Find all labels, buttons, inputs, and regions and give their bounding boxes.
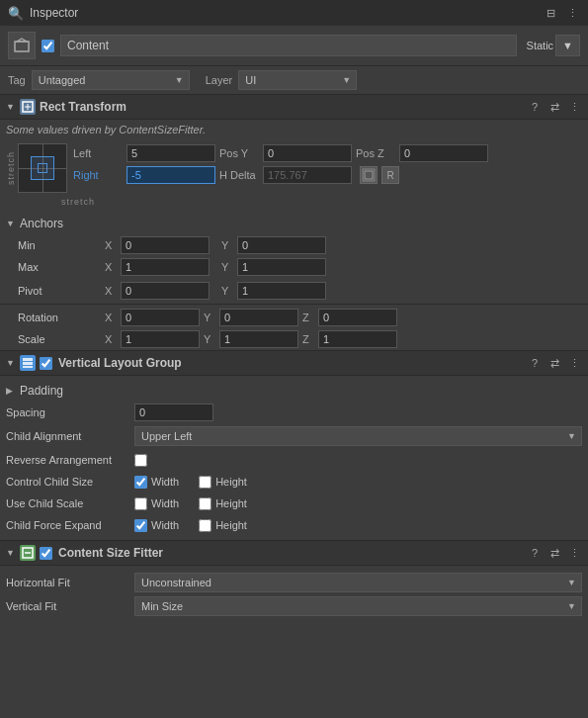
force-expand-height-label: Height (215, 519, 247, 531)
vlg-icon (20, 355, 36, 371)
r-button[interactable] (360, 166, 378, 184)
scale-z-label: Z (302, 333, 314, 345)
child-alignment-dropdown[interactable]: Upper Left (134, 426, 582, 446)
tag-dropdown[interactable]: Untagged (32, 70, 190, 90)
csf-body: Horizontal Fit Unconstrained ▼ Vertical … (0, 566, 588, 623)
max-y-label: Y (221, 261, 233, 273)
scale-x-input[interactable] (121, 330, 200, 348)
svg-rect-7 (23, 358, 33, 361)
csf-menu[interactable]: ⋮ (566, 545, 582, 561)
min-y-input[interactable] (237, 236, 326, 254)
scale-y-input[interactable] (219, 330, 298, 348)
layer-dropdown[interactable]: UI (238, 70, 357, 90)
padding-header[interactable]: ▶ Padding (6, 380, 582, 402)
child-alignment-row: Child Alignment Upper Left ▼ (6, 425, 582, 447)
reverse-arrangement-row: Reverse Arrangement (6, 449, 582, 471)
right-input[interactable] (126, 166, 215, 184)
vlg-body: ▶ Padding Spacing Child Alignment Upper … (0, 376, 588, 540)
stretch-v-label: stretch (6, 151, 16, 185)
rot-x-input[interactable] (121, 309, 200, 326)
rot-y-input[interactable] (219, 309, 298, 326)
rotation-label: Rotation (6, 312, 105, 323)
control-width-label: Width (151, 476, 179, 488)
left-input[interactable] (126, 144, 215, 162)
horizontal-fit-dropdown[interactable]: Unconstrained (134, 573, 582, 592)
scale-label: Scale (6, 333, 105, 345)
tag-label: Tag (8, 74, 26, 86)
scale-y-label: Y (204, 333, 215, 345)
min-x-input[interactable] (121, 236, 210, 254)
spacing-input[interactable] (134, 404, 213, 421)
use-child-scale-label: Use Child Scale (6, 497, 134, 509)
vlg-help[interactable]: ? (527, 355, 543, 371)
max-y-input[interactable] (237, 258, 326, 276)
vlg-menu[interactable]: ⋮ (566, 355, 582, 371)
pivot-y-input[interactable] (237, 282, 326, 300)
rect-transform-section-header[interactable]: ▼ Rect Transform ? ⇄ ⋮ (0, 94, 588, 120)
padding-arrow: ▶ (6, 386, 16, 396)
scale-row: Scale X Y Z (0, 328, 588, 350)
min-y-label: Y (221, 239, 233, 251)
rect-transform-icon (20, 99, 36, 115)
pivot-x-input[interactable] (121, 282, 210, 300)
scale-z-input[interactable] (318, 330, 397, 348)
anchors-header[interactable]: ▼ Anchors (6, 213, 582, 234)
csf-settings[interactable]: ⇄ (546, 545, 562, 561)
lock-button[interactable]: ⊟ (543, 5, 558, 21)
rot-z-input[interactable] (318, 309, 397, 326)
control-width-checkbox[interactable] (134, 476, 147, 489)
vertical-fit-dropdown[interactable]: Min Size (134, 596, 582, 616)
padding-label: Padding (20, 384, 63, 398)
csf-section-header[interactable]: ▼ Content Size Fitter ? ⇄ ⋮ (0, 540, 588, 566)
rect-transform-help[interactable]: ? (527, 99, 543, 115)
svg-rect-0 (15, 42, 29, 51)
rect-transform-menu[interactable]: ⋮ (566, 99, 582, 115)
rect-transform-settings[interactable]: ⇄ (546, 99, 562, 115)
control-height-checkbox[interactable] (199, 476, 211, 489)
rot-y-label: Y (204, 312, 215, 323)
vlg-section-header[interactable]: ▼ Vertical Layout Group ? ⇄ ⋮ (0, 350, 588, 376)
spacing-row: Spacing (6, 402, 582, 423)
scale-x-label: X (105, 333, 117, 345)
static-dropdown-button[interactable]: ▼ (555, 35, 580, 56)
anchors-min-label: Min (6, 239, 105, 251)
rect-transform-arrow: ▼ (6, 102, 16, 112)
rot-x-label: X (105, 312, 117, 323)
menu-button[interactable]: ⋮ (564, 5, 580, 21)
pos-y-input[interactable] (263, 144, 352, 162)
control-height-label: Height (215, 476, 247, 488)
pos-z-input[interactable] (399, 144, 488, 162)
anchors-title: Anchors (20, 217, 63, 230)
child-force-expand-label: Child Force Expand (6, 519, 134, 531)
left-label: Left (73, 147, 123, 159)
csf-arrow: ▼ (6, 548, 16, 558)
h-delta-input[interactable] (263, 166, 352, 184)
anchors-min-row: Min X Y (6, 234, 582, 256)
use-scale-height-label: Height (215, 497, 247, 509)
anchors-max-label: Max (6, 261, 105, 273)
reverse-arrangement-checkbox[interactable] (134, 454, 147, 467)
pivot-x-label: X (105, 285, 117, 297)
use-scale-height-checkbox[interactable] (199, 497, 211, 510)
object-enabled-checkbox[interactable] (42, 40, 54, 52)
rect-transform-visual[interactable] (18, 143, 67, 193)
rotation-row: Rotation X Y Z (0, 307, 588, 328)
csf-help[interactable]: ? (527, 545, 543, 561)
object-name-input[interactable] (60, 35, 517, 56)
force-expand-width-checkbox[interactable] (134, 519, 147, 532)
use-scale-width-checkbox[interactable] (134, 497, 147, 510)
force-expand-height-checkbox[interactable] (199, 519, 211, 532)
csf-enabled-checkbox[interactable] (40, 547, 52, 560)
svg-marker-1 (17, 39, 27, 42)
vlg-enabled-checkbox[interactable] (40, 357, 52, 370)
horizontal-fit-label: Horizontal Fit (6, 577, 134, 588)
layer-label: Layer (206, 74, 233, 86)
anchors-max-row: Max X Y (6, 256, 582, 278)
r-button-2[interactable]: R (381, 166, 399, 184)
reverse-arrangement-label: Reverse Arrangement (6, 454, 134, 466)
pivot-y-label: Y (221, 285, 233, 297)
object-header: Static ▼ (0, 26, 588, 66)
vlg-settings[interactable]: ⇄ (546, 355, 562, 371)
min-x-label: X (105, 239, 117, 251)
max-x-input[interactable] (121, 258, 210, 276)
